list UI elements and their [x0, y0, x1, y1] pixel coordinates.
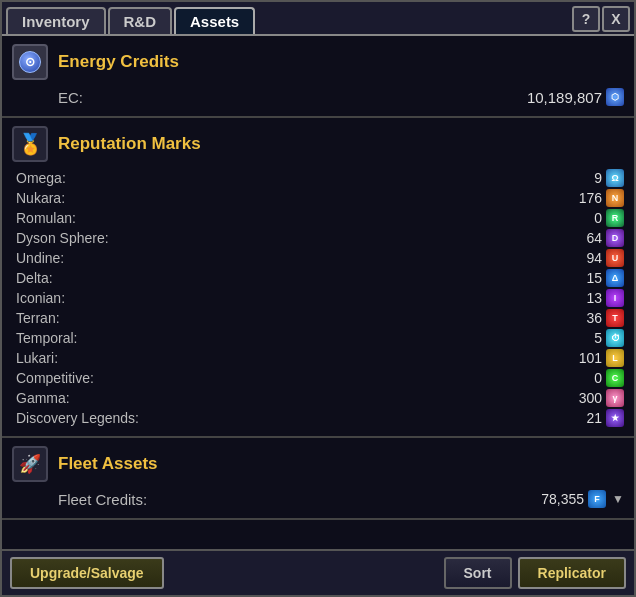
competitive-value: 0 [542, 370, 602, 386]
fleet-credits-label: Fleet Credits: [58, 491, 147, 508]
lukari-label: Lukari: [16, 350, 58, 366]
terran-value: 36 [542, 310, 602, 326]
undine-row: Undine: 94 U [16, 248, 624, 268]
ec-label: EC: [58, 89, 83, 106]
energy-credits-icon: ⊙ [12, 44, 48, 80]
competitive-icon: C [606, 369, 624, 387]
fleet-assets-section: 🚀 Fleet Assets Fleet Credits: 78,355 F ▼ [2, 438, 634, 520]
ec-row: EC: 10,189,807 ⬡ [12, 86, 624, 108]
iconian-value-wrap: 13 I [542, 289, 624, 307]
upgrade-salvage-button[interactable]: Upgrade/Salvage [10, 557, 164, 589]
tab-bar: Inventory R&D Assets ? X [2, 2, 634, 36]
terran-icon: T [606, 309, 624, 327]
omega-row: Omega: 9 Ω [16, 168, 624, 188]
lukari-icon: L [606, 349, 624, 367]
dyson-row: Dyson Sphere: 64 D [16, 228, 624, 248]
gamma-icon: γ [606, 389, 624, 407]
ec-value: 10,189,807 [527, 89, 602, 106]
energy-credits-header: ⊙ Energy Credits [12, 44, 624, 80]
romulan-value: 0 [542, 210, 602, 226]
gamma-row: Gamma: 300 γ [16, 388, 624, 408]
temporal-value: 5 [542, 330, 602, 346]
energy-credits-title: Energy Credits [58, 52, 179, 72]
fleet-icon: 🚀 [12, 446, 48, 482]
discovery-row: Discovery Legends: 21 ★ [16, 408, 624, 428]
dyson-value: 64 [542, 230, 602, 246]
competitive-row: Competitive: 0 C [16, 368, 624, 388]
competitive-label: Competitive: [16, 370, 94, 386]
reputation-marks-title: Reputation Marks [58, 134, 201, 154]
ec-icon-inner: ⊙ [19, 51, 41, 73]
temporal-label: Temporal: [16, 330, 77, 346]
gamma-value-wrap: 300 γ [542, 389, 624, 407]
scroll-area[interactable]: ⊙ Energy Credits EC: 10,189,807 ⬡ 🏅 Repu… [2, 36, 634, 549]
terran-value-wrap: 36 T [542, 309, 624, 327]
temporal-row: Temporal: 5 ⏱ [16, 328, 624, 348]
competitive-value-wrap: 0 C [542, 369, 624, 387]
ec-value-wrap: 10,189,807 ⬡ [527, 88, 624, 106]
undine-label: Undine: [16, 250, 64, 266]
ec-currency-icon: ⬡ [606, 88, 624, 106]
content-area: ⊙ Energy Credits EC: 10,189,807 ⬡ 🏅 Repu… [2, 36, 634, 549]
reputation-icon: 🏅 [12, 126, 48, 162]
tab-inventory[interactable]: Inventory [6, 7, 106, 34]
reputation-marks-section: 🏅 Reputation Marks Omega: 9 Ω Nukara: [2, 118, 634, 438]
energy-credits-section: ⊙ Energy Credits EC: 10,189,807 ⬡ [2, 36, 634, 118]
fleet-dropdown-icon[interactable]: ▼ [612, 492, 624, 506]
main-window: Inventory R&D Assets ? X ⊙ Energy Credit… [0, 0, 636, 597]
delta-row: Delta: 15 Δ [16, 268, 624, 288]
nukara-value-wrap: 176 N [542, 189, 624, 207]
dyson-label: Dyson Sphere: [16, 230, 109, 246]
discovery-label: Discovery Legends: [16, 410, 139, 426]
help-button[interactable]: ? [572, 6, 600, 32]
nukara-label: Nukara: [16, 190, 65, 206]
delta-icon: Δ [606, 269, 624, 287]
delta-value: 15 [542, 270, 602, 286]
fleet-credits-icon: F [588, 490, 606, 508]
lukari-value-wrap: 101 L [542, 349, 624, 367]
dyson-value-wrap: 64 D [542, 229, 624, 247]
delta-label: Delta: [16, 270, 53, 286]
omega-label: Omega: [16, 170, 66, 186]
undine-value-wrap: 94 U [542, 249, 624, 267]
romulan-row: Romulan: 0 R [16, 208, 624, 228]
omega-value-wrap: 9 Ω [542, 169, 624, 187]
iconian-icon: I [606, 289, 624, 307]
tab-assets[interactable]: Assets [174, 7, 255, 34]
close-button[interactable]: X [602, 6, 630, 32]
romulan-icon: R [606, 209, 624, 227]
iconian-value: 13 [542, 290, 602, 306]
discovery-icon: ★ [606, 409, 624, 427]
lukari-row: Lukari: 101 L [16, 348, 624, 368]
omega-value: 9 [542, 170, 602, 186]
romulan-value-wrap: 0 R [542, 209, 624, 227]
terran-label: Terran: [16, 310, 60, 326]
replicator-button[interactable]: Replicator [518, 557, 626, 589]
discovery-value-wrap: 21 ★ [542, 409, 624, 427]
bottom-bar: Upgrade/Salvage Sort Replicator [2, 549, 634, 595]
discovery-value: 21 [542, 410, 602, 426]
terran-row: Terran: 36 T [16, 308, 624, 328]
sort-button[interactable]: Sort [444, 557, 512, 589]
temporal-icon: ⏱ [606, 329, 624, 347]
temporal-value-wrap: 5 ⏱ [542, 329, 624, 347]
reputation-marks-header: 🏅 Reputation Marks [12, 126, 624, 162]
nukara-row: Nukara: 176 N [16, 188, 624, 208]
undine-value: 94 [542, 250, 602, 266]
fleet-credits-value: 78,355 [524, 491, 584, 507]
nukara-value: 176 [542, 190, 602, 206]
undine-icon: U [606, 249, 624, 267]
fleet-assets-header: 🚀 Fleet Assets [12, 446, 624, 482]
lukari-value: 101 [542, 350, 602, 366]
fleet-assets-title: Fleet Assets [58, 454, 158, 474]
dyson-icon: D [606, 229, 624, 247]
fleet-credits-row: Fleet Credits: 78,355 F ▼ [12, 488, 624, 510]
fleet-credits-value-wrap: 78,355 F ▼ [524, 490, 624, 508]
reputation-rows: Omega: 9 Ω Nukara: 176 N [12, 168, 624, 428]
tab-rd[interactable]: R&D [108, 7, 173, 34]
iconian-row: Iconian: 13 I [16, 288, 624, 308]
iconian-label: Iconian: [16, 290, 65, 306]
gamma-label: Gamma: [16, 390, 70, 406]
romulan-label: Romulan: [16, 210, 76, 226]
gamma-value: 300 [542, 390, 602, 406]
